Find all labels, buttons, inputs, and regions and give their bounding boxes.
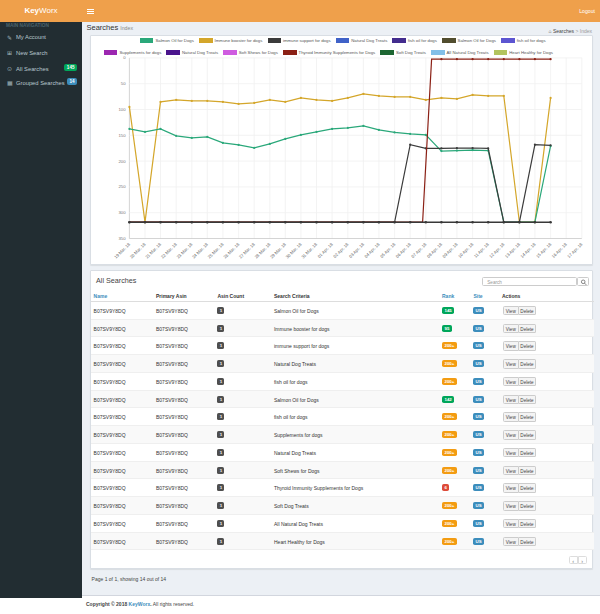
svg-text:14 Apr, 18: 14 Apr, 18 — [520, 241, 538, 259]
svg-text:50: 50 — [121, 81, 126, 86]
svg-text:200: 200 — [119, 159, 127, 164]
svg-text:01 Apr, 18: 01 Apr, 18 — [317, 241, 335, 259]
svg-text:06 Apr, 18: 06 Apr, 18 — [395, 241, 413, 259]
svg-text:350: 350 — [119, 236, 127, 241]
svg-text:05 Apr, 18: 05 Apr, 18 — [379, 241, 397, 259]
svg-text:10 Apr, 18: 10 Apr, 18 — [457, 241, 475, 259]
svg-text:100: 100 — [119, 107, 127, 112]
svg-text:04 Apr, 18: 04 Apr, 18 — [364, 241, 382, 259]
svg-text:12 Apr, 18: 12 Apr, 18 — [489, 241, 507, 259]
svg-text:16 Apr, 18: 16 Apr, 18 — [551, 241, 569, 259]
svg-text:09 Apr, 18: 09 Apr, 18 — [442, 241, 460, 259]
svg-text:150: 150 — [119, 133, 127, 138]
svg-text:300: 300 — [119, 210, 127, 215]
svg-text:07 Apr, 18: 07 Apr, 18 — [411, 241, 429, 259]
svg-text:250: 250 — [119, 184, 127, 189]
svg-text:02 Apr, 18: 02 Apr, 18 — [333, 241, 351, 259]
svg-text:17 Apr, 18: 17 Apr, 18 — [567, 241, 585, 259]
svg-text:15 Apr, 18: 15 Apr, 18 — [535, 241, 553, 259]
svg-text:31 Mar, 18: 31 Mar, 18 — [301, 241, 319, 259]
svg-text:0: 0 — [124, 55, 127, 60]
